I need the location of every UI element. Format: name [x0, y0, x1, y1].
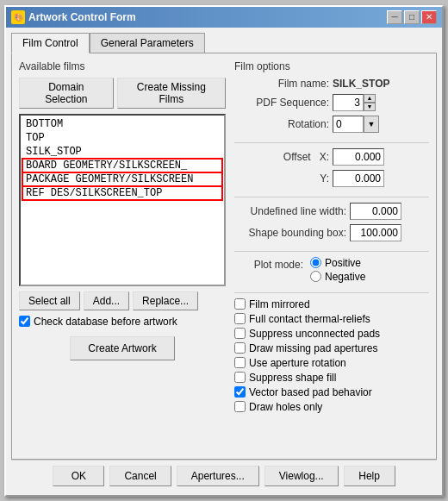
shape-bbox-input[interactable]: 100.000: [350, 224, 401, 241]
draw-holes-row: Draw holes only: [234, 401, 429, 413]
action-buttons: Select all Add... Replace...: [19, 291, 226, 310]
pdf-seq-row: PDF Sequence: 3 ▲ ▼: [234, 94, 429, 111]
suppress-shape-row: Suppress shape fill: [234, 372, 429, 384]
films-list: BOTTOM TOP SILK_STOP BOARD GEOMETRY/SILK…: [21, 116, 224, 202]
cancel-button[interactable]: Cancel: [109, 466, 171, 486]
rotation-input[interactable]: 0: [333, 116, 364, 133]
create-artwork-row: Create Artwork: [19, 336, 226, 360]
check-db-label: Check database before artwork: [34, 316, 177, 328]
film-mirrored-checkbox[interactable]: [234, 298, 246, 310]
undef-line-row: Undefined line width: 0.000: [234, 203, 429, 220]
domain-btn-row: Domain Selection Create Missing Films: [19, 78, 226, 109]
draw-missing-row: Draw missing pad apertures: [234, 342, 429, 354]
plot-negative-radio[interactable]: [310, 271, 321, 282]
left-panel: Available films Domain Selection Create …: [19, 60, 226, 452]
available-films-label: Available films: [19, 60, 226, 72]
select-all-button[interactable]: Select all: [19, 291, 80, 310]
rotation-dropdown: 0 ▼: [333, 116, 379, 133]
pdf-seq-spinbox: 3 ▲ ▼: [333, 94, 376, 111]
footer: OK Cancel Apertures... Viewlog... Help: [11, 460, 437, 490]
offset-x-label: Offset X:: [234, 151, 329, 163]
shape-bbox-row: Shape bounding box: 100.000: [234, 224, 429, 241]
film-name-row: Film name: SILK_STOP: [234, 78, 429, 90]
window-title: Artwork Control Form: [28, 11, 136, 23]
plot-mode-row: Plot mode: Positive Negative: [234, 257, 429, 283]
check-db-row: Check database before artwork: [19, 316, 226, 328]
plot-positive-row: Positive: [310, 257, 365, 269]
ok-button[interactable]: OK: [53, 466, 104, 486]
film-options-label: Film options: [234, 60, 429, 72]
full-contact-row: Full contact thermal-reliefs: [234, 313, 429, 325]
offset-y-label: Y:: [234, 172, 329, 185]
suppress-unconnected-row: Suppress unconnected pads: [234, 328, 429, 340]
full-contact-checkbox[interactable]: [234, 313, 246, 324]
titlebar-buttons: ─ □ ✕: [387, 10, 437, 24]
replace-button[interactable]: Replace...: [133, 291, 198, 310]
close-button[interactable]: ✕: [421, 10, 437, 24]
undef-line-input[interactable]: 0.000: [350, 203, 401, 220]
rotation-dropdown-btn[interactable]: ▼: [364, 116, 379, 133]
suppress-shape-label: Suppress shape fill: [249, 372, 336, 384]
plot-mode-label: Plot mode:: [234, 257, 303, 271]
apertures-button[interactable]: Apertures...: [177, 466, 259, 486]
tab-content: Available films Domain Selection Create …: [11, 53, 437, 460]
create-artwork-button[interactable]: Create Artwork: [70, 336, 174, 360]
minimize-button[interactable]: ─: [387, 10, 402, 24]
suppress-unconnected-label: Suppress unconnected pads: [249, 328, 380, 340]
film-mirrored-row: Film mirrored: [234, 298, 429, 310]
check-db-checkbox[interactable]: [19, 316, 30, 327]
rotation-label: Rotation:: [234, 118, 329, 130]
plot-negative-label: Negative: [325, 271, 365, 283]
use-aperture-label: Use aperture rotation: [249, 357, 346, 369]
rotation-row: Rotation: 0 ▼: [234, 116, 429, 133]
maximize-button[interactable]: □: [404, 10, 420, 24]
offset-y-input[interactable]: 0.000: [333, 170, 384, 187]
shape-bbox-label: Shape bounding box:: [234, 227, 346, 239]
list-item[interactable]: TOP: [22, 131, 222, 145]
add-button[interactable]: Add...: [84, 291, 129, 310]
undef-line-label: Undefined line width:: [234, 205, 346, 217]
plot-positive-label: Positive: [325, 257, 361, 269]
suppress-shape-checkbox[interactable]: [234, 372, 246, 383]
list-item[interactable]: BOTTOM: [22, 117, 222, 131]
titlebar: 🎨 Artwork Control Form ─ □ ✕: [6, 7, 442, 28]
viewlog-button[interactable]: Viewlog...: [264, 466, 339, 486]
vector-based-checkbox[interactable]: [234, 386, 246, 398]
offset-y-row: Y: 0.000: [234, 170, 429, 187]
vector-based-row: Vector based pad behavior: [234, 386, 429, 398]
pdf-seq-spinner: ▲ ▼: [364, 94, 376, 111]
suppress-unconnected-checkbox[interactable]: [234, 328, 246, 339]
list-item[interactable]: BOARD GEOMETRY/SILKSCREEN_: [22, 159, 222, 172]
pdf-seq-down[interactable]: ▼: [364, 103, 376, 111]
offset-x-input[interactable]: 0.000: [333, 148, 384, 166]
draw-holes-checkbox[interactable]: [234, 401, 246, 412]
create-missing-films-button[interactable]: Create Missing Films: [117, 78, 226, 109]
list-item[interactable]: PACKAGE GEOMETRY/SILKSCREEN: [22, 172, 222, 186]
right-panel: Film options Film name: SILK_STOP PDF Se…: [234, 60, 429, 452]
films-listbox[interactable]: BOTTOM TOP SILK_STOP BOARD GEOMETRY/SILK…: [19, 114, 226, 286]
app-icon: 🎨: [11, 10, 25, 24]
main-window: 🎨 Artwork Control Form ─ □ ✕ Film Contro…: [4, 5, 444, 497]
help-button[interactable]: Help: [344, 466, 395, 486]
domain-selection-button[interactable]: Domain Selection: [19, 78, 114, 109]
tab-bar: Film Control General Parameters: [11, 33, 437, 53]
vector-based-label: Vector based pad behavior: [249, 386, 372, 398]
list-item[interactable]: REF DES/SILKSCREEN_TOP: [22, 186, 222, 200]
draw-missing-checkbox[interactable]: [234, 342, 246, 354]
full-contact-label: Full contact thermal-reliefs: [249, 313, 370, 325]
film-mirrored-label: Film mirrored: [249, 298, 310, 310]
use-aperture-checkbox[interactable]: [234, 357, 246, 368]
plot-positive-radio[interactable]: [310, 257, 321, 268]
pdf-seq-label: PDF Sequence:: [234, 97, 329, 109]
tab-general-params[interactable]: General Parameters: [90, 33, 205, 53]
pdf-seq-input[interactable]: 3: [333, 94, 364, 111]
draw-holes-label: Draw holes only: [249, 401, 322, 413]
use-aperture-row: Use aperture rotation: [234, 357, 429, 369]
pdf-seq-up[interactable]: ▲: [364, 94, 376, 103]
checkboxes-group: Film mirrored Full contact thermal-relie…: [234, 298, 429, 416]
plot-negative-row: Negative: [310, 271, 365, 283]
list-item[interactable]: SILK_STOP: [22, 145, 222, 159]
film-name-value: SILK_STOP: [333, 78, 389, 90]
offset-x-row: Offset X: 0.000: [234, 148, 429, 166]
tab-film-control[interactable]: Film Control: [11, 33, 90, 53]
